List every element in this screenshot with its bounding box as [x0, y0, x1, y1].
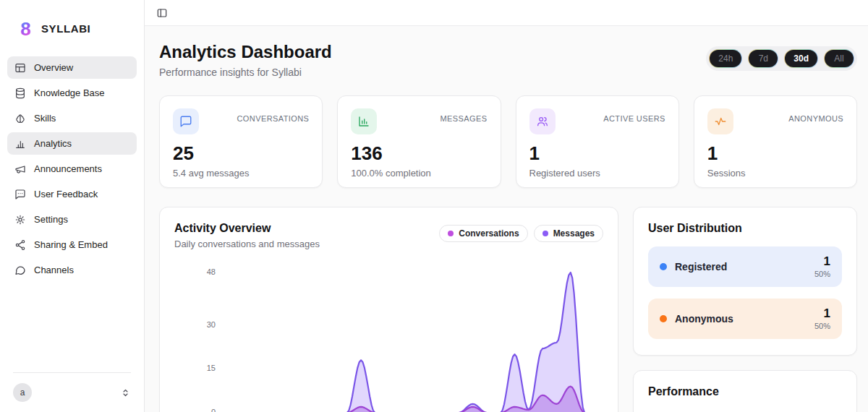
sidebar-item-analytics[interactable]: Analytics	[7, 132, 137, 155]
stat-icon-tile	[707, 108, 733, 134]
sidebar-item-label: Announcements	[34, 163, 102, 174]
sidebar-item-skills[interactable]: Skills	[7, 107, 137, 129]
performance-title: Performance	[648, 385, 842, 398]
stat-value: 1	[529, 143, 665, 164]
distribution-label: Anonymous	[675, 313, 733, 325]
stat-label: ACTIVE USERS	[603, 114, 665, 123]
user-menu[interactable]: a	[10, 383, 134, 402]
sidebar-item-label: Skills	[34, 113, 56, 124]
chevrons-up-down-icon[interactable]	[120, 387, 131, 398]
stat-subtext: Registered users	[529, 168, 665, 179]
sidebar-item-announcements[interactable]: Announcements	[7, 158, 137, 180]
time-range-all[interactable]: All	[825, 50, 854, 67]
share-nodes-icon	[14, 239, 26, 251]
area-chart	[221, 262, 626, 412]
main-area: Analytics Dashboard Performance insights…	[145, 0, 868, 412]
sidebar-item-knowledge-base[interactable]: Knowledge Base	[7, 82, 137, 104]
time-range-rim: All	[824, 49, 854, 68]
user-distribution-title: User Distribution	[648, 222, 842, 235]
legend-label: Conversations	[459, 228, 519, 239]
page-title: Analytics Dashboard	[159, 42, 332, 62]
sidebar-item-settings[interactable]: Settings	[7, 208, 137, 231]
topbar	[145, 0, 868, 26]
legend-dot-icon	[448, 231, 454, 236]
avatar[interactable]: a	[13, 383, 32, 402]
database-icon	[14, 87, 26, 99]
syllabi-logo-icon: 8	[16, 19, 35, 38]
sidebar-item-label: Analytics	[34, 138, 72, 149]
page-subtitle: Performance insights for Syllabi	[159, 66, 332, 78]
stat-subtext: 5.4 avg messages	[173, 168, 309, 179]
chart-legend: ConversationsMessages	[439, 225, 603, 242]
sidebar: 8 SYLLABI OverviewKnowledge BaseSkillsAn…	[0, 0, 145, 412]
message-circle-icon	[14, 265, 26, 276]
sidebar-item-label: Settings	[34, 214, 68, 225]
distribution-percent: 50%	[814, 322, 830, 330]
stat-cards-row: CONVERSATIONS255.4 avg messagesMESSAGES1…	[159, 95, 857, 188]
sidebar-item-label: Overview	[34, 62, 73, 73]
content: Analytics Dashboard Performance insights…	[145, 26, 868, 412]
sidebar-item-sharing-embed[interactable]: Sharing & Embed	[7, 233, 137, 256]
distribution-value: 1	[814, 255, 830, 269]
message-square-dots-icon	[14, 189, 26, 200]
chat-bubble-icon	[179, 115, 192, 128]
sidebar-item-user-feedback[interactable]: User Feedback	[7, 183, 137, 205]
activity-subtitle: Daily conversations and messages	[174, 239, 320, 249]
activity-pulse-icon	[714, 115, 727, 128]
bar-chart-icon	[14, 138, 26, 150]
activity-header: Activity Overview Daily conversations an…	[174, 222, 603, 255]
stat-value: 1	[707, 143, 843, 164]
svg-text:8: 8	[20, 19, 30, 38]
y-axis-tick: 30	[174, 320, 216, 329]
y-axis-tick: 48	[174, 267, 216, 276]
stat-label: ANONYMOUS	[788, 114, 843, 123]
sidebar-item-label: Sharing & Embed	[34, 239, 108, 250]
megaphone-icon	[14, 163, 26, 175]
time-range-group: 24h7d30dAll	[706, 46, 857, 71]
user-distribution-rows: Registered150%Anonymous150%	[648, 246, 842, 339]
activity-overview-card: Activity Overview Daily conversations an…	[159, 207, 618, 412]
right-column: User Distribution Registered150%Anonymou…	[633, 207, 857, 412]
time-range-7d[interactable]: 7d	[749, 50, 778, 67]
stat-icon-tile	[529, 108, 556, 134]
stat-value: 136	[351, 143, 487, 164]
distribution-dot-icon	[660, 315, 667, 322]
users-icon	[536, 115, 549, 128]
brand-name: SYLLABI	[41, 22, 90, 35]
stat-icon-tile	[173, 108, 199, 134]
time-range-rim: 24h	[709, 49, 742, 68]
stat-subtext: Sessions	[707, 168, 843, 179]
time-range-24h[interactable]: 24h	[710, 50, 741, 67]
stat-label: CONVERSATIONS	[237, 114, 310, 123]
sidebar-item-label: User Feedback	[34, 189, 98, 199]
divider	[13, 372, 131, 373]
legend-label: Messages	[553, 228, 595, 239]
y-axis-tick: 15	[174, 364, 216, 372]
brand: 8 SYLLABI	[0, 0, 144, 45]
distribution-value: 1	[814, 307, 830, 321]
stat-card-messages: MESSAGES136100.0% completion	[337, 95, 501, 188]
time-range-rim: 7d	[748, 49, 778, 68]
layout-dashboard-icon	[14, 62, 26, 74]
activity-title: Activity Overview	[174, 222, 320, 235]
stat-card-conversations: CONVERSATIONS255.4 avg messages	[159, 95, 323, 188]
legend-chip-messages[interactable]: Messages	[534, 225, 603, 242]
time-range-30d[interactable]: 30d	[785, 50, 817, 67]
stat-card-active-users: ACTIVE USERS1Registered users	[516, 95, 679, 188]
distribution-percent: 50%	[814, 270, 830, 278]
sidebar-toggle-icon[interactable]	[156, 7, 168, 19]
gear-icon	[14, 214, 26, 226]
distribution-row-registered: Registered150%	[648, 246, 842, 287]
brain-icon	[14, 113, 26, 124]
distribution-row-anonymous: Anonymous150%	[648, 299, 842, 339]
legend-chip-conversations[interactable]: Conversations	[439, 225, 527, 242]
user-distribution-card: User Distribution Registered150%Anonymou…	[633, 207, 857, 356]
performance-card: Performance 8.2s	[633, 370, 857, 412]
distribution-dot-icon	[660, 263, 667, 270]
sidebar-item-overview[interactable]: Overview	[7, 56, 137, 79]
legend-dot-icon	[542, 231, 548, 236]
distribution-label: Registered	[675, 261, 727, 272]
sidebar-item-channels[interactable]: Channels	[7, 259, 137, 281]
dashboard-columns: Activity Overview Daily conversations an…	[159, 207, 857, 412]
stat-value: 25	[173, 143, 309, 164]
